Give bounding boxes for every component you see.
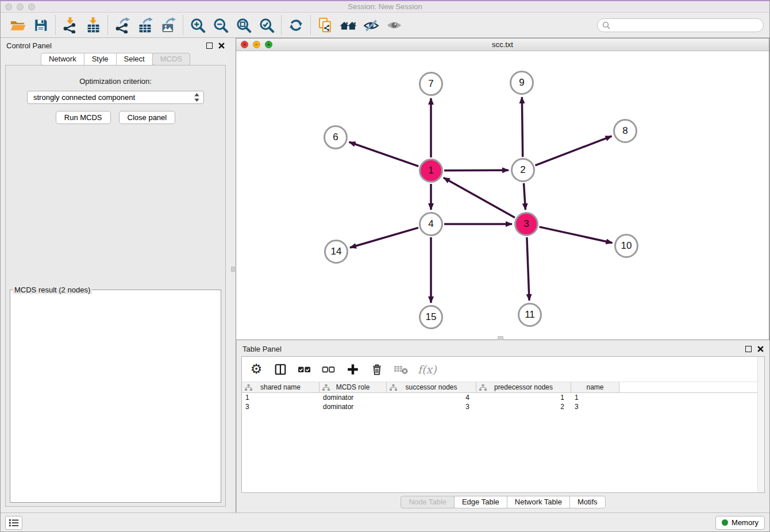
search-icon (602, 21, 610, 29)
graph-node-1[interactable]: 1 (419, 159, 443, 183)
import-table-icon (85, 17, 101, 33)
table-settings-button[interactable]: ⚙ (249, 362, 264, 377)
graph-edge-1-6[interactable] (349, 142, 419, 166)
graph-node-9[interactable]: 9 (510, 71, 534, 95)
zoom-fit-button[interactable] (232, 15, 255, 36)
graph-node-15[interactable]: 15 (419, 305, 443, 329)
deselect-all-columns-button[interactable] (321, 362, 336, 377)
graph-edge-2-3[interactable] (523, 183, 525, 210)
mcds-panel: Optimization criterion: strongly connect… (5, 65, 226, 507)
list-icon (9, 518, 19, 527)
table-scrollbar[interactable] (757, 357, 764, 492)
graph-edge-2-9[interactable] (522, 97, 522, 157)
search-input[interactable] (613, 21, 759, 29)
tab-network[interactable]: Network (41, 53, 84, 65)
open-session-button[interactable] (6, 15, 29, 36)
column-header-label: shared name (260, 383, 301, 391)
task-history-button[interactable] (5, 516, 22, 530)
home-button[interactable] (337, 15, 360, 36)
cell-name[interactable]: 1 (571, 393, 619, 402)
memory-button[interactable]: Memory (715, 516, 765, 530)
graph-edge-1-2[interactable] (444, 170, 509, 171)
cell-predecessor-nodes[interactable]: 2 (476, 402, 571, 411)
zoom-fit-icon (236, 17, 252, 33)
save-session-button[interactable] (29, 15, 52, 36)
graph-edge-2-8[interactable] (535, 136, 611, 165)
splitter-handle[interactable] (231, 267, 235, 272)
tab-edge-table[interactable]: Edge Table (454, 496, 507, 508)
close-panel-icon[interactable] (218, 43, 225, 49)
create-column-button[interactable] (345, 362, 360, 377)
function-builder-button[interactable]: f(x) (418, 362, 437, 377)
graph-edge-3-1[interactable] (444, 178, 515, 218)
graph-node-14[interactable]: 14 (324, 240, 348, 264)
tab-network-table[interactable]: Network Table (507, 496, 570, 508)
show-columns-button[interactable] (273, 362, 288, 377)
zoom-selected-button[interactable] (255, 15, 278, 36)
export-table-button[interactable] (134, 15, 157, 36)
graph-node-11[interactable]: 11 (518, 303, 542, 327)
column-header-MCDS-role[interactable]: MCDS role (319, 382, 387, 392)
show-hidden-button[interactable] (383, 15, 406, 36)
column-header-successor-nodes[interactable]: successor nodes (387, 382, 476, 392)
cell-MCDS-role[interactable]: dominator (319, 393, 387, 402)
close-table-panel-icon[interactable] (757, 346, 764, 352)
network-canvas[interactable]: 1234678910111415 (236, 51, 769, 340)
horizontal-splitter-handle[interactable] (498, 336, 503, 340)
duplicate-network-button[interactable] (314, 15, 337, 36)
graph-edge-4-14[interactable] (350, 228, 418, 248)
delete-column-button[interactable] (369, 362, 384, 377)
export-image-button[interactable] (157, 15, 180, 36)
table-panel: Table Panel ⚙ (236, 341, 769, 512)
columns-icon (274, 363, 287, 376)
window-title: Session: New Session (1, 2, 769, 11)
cell-shared-name[interactable]: 1 (242, 393, 319, 402)
cell-MCDS-role[interactable]: dominator (319, 402, 387, 411)
import-network-button[interactable] (59, 15, 82, 36)
tab-style[interactable]: Style (84, 53, 117, 65)
run-mcds-button[interactable]: Run MCDS (56, 111, 111, 124)
column-header-predecessor-nodes[interactable]: predecessor nodes (476, 382, 571, 392)
hide-selected-button[interactable] (360, 15, 383, 36)
float-table-panel-icon[interactable] (745, 346, 752, 352)
graph-node-2[interactable]: 2 (511, 158, 535, 182)
table-row[interactable]: 3dominator323 (242, 402, 764, 411)
tab-motifs[interactable]: Motifs (569, 496, 606, 508)
zoom-out-icon (213, 17, 229, 33)
vertical-splitter[interactable] (230, 38, 236, 512)
right-column: × − + scc.txt 1234678910111415 (236, 38, 769, 512)
float-panel-icon[interactable] (206, 43, 213, 49)
export-network-button[interactable] (111, 15, 134, 36)
cell-name[interactable]: 3 (571, 402, 619, 411)
checked-boxes-icon (298, 363, 311, 376)
zoom-out-button[interactable] (209, 15, 232, 36)
cell-predecessor-nodes[interactable]: 1 (476, 393, 571, 402)
column-tree-icon (322, 384, 330, 391)
graph-edge-3-10[interactable] (539, 227, 612, 243)
graph-node-10[interactable]: 10 (614, 234, 638, 258)
cell-successor-nodes[interactable]: 4 (387, 393, 476, 402)
select-all-columns-button[interactable] (297, 362, 312, 377)
search-box[interactable] (597, 18, 764, 32)
zoom-in-button[interactable] (186, 15, 209, 36)
optimization-criterion-select[interactable]: strongly connected component (27, 91, 204, 104)
graph-edge-3-11[interactable] (527, 237, 529, 300)
close-panel-button[interactable]: Close panel (119, 111, 176, 124)
column-header-name[interactable]: name (571, 382, 619, 392)
zoom-in-icon (190, 17, 206, 33)
table-row[interactable]: 1dominator411 (242, 393, 764, 402)
import-table-button[interactable] (82, 15, 105, 36)
delete-table-button[interactable] (394, 362, 409, 377)
graph-node-7[interactable]: 7 (419, 72, 443, 96)
graph-node-6[interactable]: 6 (324, 125, 348, 149)
graph-node-4[interactable]: 4 (419, 212, 443, 236)
graph-node-8[interactable]: 8 (613, 119, 637, 143)
cell-successor-nodes[interactable]: 3 (387, 402, 476, 411)
refresh-layout-button[interactable] (284, 15, 307, 36)
column-header-shared-name[interactable]: shared name (242, 382, 319, 392)
graph-node-3[interactable]: 3 (514, 212, 538, 236)
cell-shared-name[interactable]: 3 (242, 402, 319, 411)
tab-node-table[interactable]: Node Table (401, 496, 455, 508)
tab-mcds[interactable]: MCDS (152, 53, 190, 65)
tab-select[interactable]: Select (116, 53, 153, 65)
